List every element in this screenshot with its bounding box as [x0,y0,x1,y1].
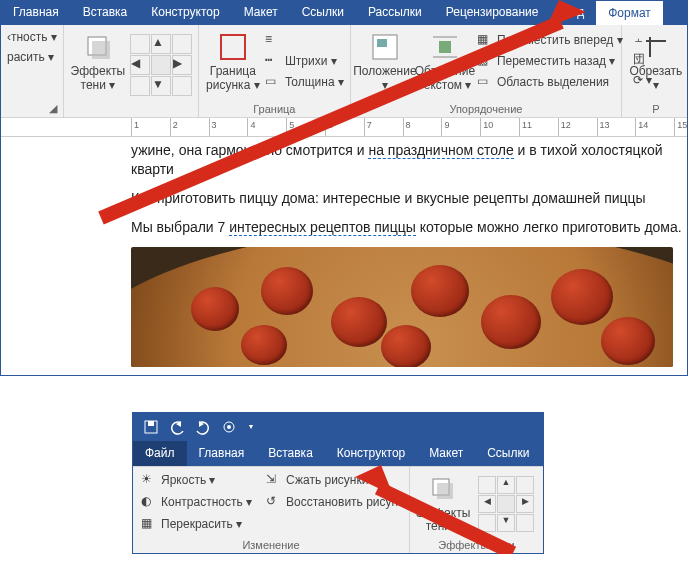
picture-border-button[interactable]: Граница рисунка ▾ [205,29,261,101]
shadow-nudge-grid[interactable]: ▲ ◀▶ ▼ [130,34,192,96]
ribbon: ‹тность ▾ расить ▾ ◢ Эффекты тени ▾ ▲ ◀▶… [1,25,687,118]
group-label-shadow: Эффекты тени [418,537,535,551]
compress-icon: ⇲ [266,472,282,488]
doc-paragraph: Мы выбрали 7 интересных рецептов пиццы к… [131,218,688,237]
tab-layout[interactable]: Макет [232,0,290,25]
save-icon[interactable] [143,419,159,435]
ribbon-tabs: Главная Вставка Конструктор Макет Ссылки… [1,0,687,25]
tab-references-2[interactable]: Ссылки [475,441,541,466]
partial-btn-2[interactable]: расить ▾ [7,49,57,65]
svg-point-15 [227,425,231,429]
shadow-effects-button[interactable]: Эффекты тени ▾ [70,29,126,101]
group-label-change: Изменение [141,537,401,551]
selection-pane-button[interactable]: ▭Область выделения [477,73,623,91]
tab-design-2[interactable]: Конструктор [325,441,417,466]
bring-forward-button[interactable]: ▦Переместить вперед ▾ [477,31,623,49]
shadow-nudge-grid-2[interactable]: ▲ ◀▶ ▼ [478,476,534,532]
reset-picture-button[interactable]: ↺Восстановить рисунок [266,493,410,511]
shadow-icon [427,473,459,505]
touch-mode-icon[interactable] [221,419,237,435]
tab-insert[interactable]: Вставка [71,0,140,25]
brightness-button[interactable]: ☀Яркость ▾ [141,471,252,489]
position-button[interactable]: Положение ▾ [357,29,413,101]
tab-home-2[interactable]: Главная [187,441,257,466]
dashes-icon: ┅ [265,53,281,69]
tab-mailings[interactable]: Рассылки [356,0,434,25]
tab-review[interactable]: Рецензирование [434,0,551,25]
border-icon [217,31,249,63]
bring-forward-icon: ▦ [477,32,493,48]
tab-insert-2[interactable]: Вставка [256,441,325,466]
border-dashes-button[interactable]: ┅Штрихи ▾ [265,52,344,70]
doc-paragraph: Как приготовить пиццу дома: интересные и… [131,189,688,208]
doc-paragraph: ужине, она гармонично смотрится и на пра… [131,141,688,179]
svg-rect-1 [92,41,110,59]
compress-pictures-button[interactable]: ⇲Сжать рисунки [266,471,410,489]
partial-btn-1[interactable]: ‹тность ▾ [7,29,57,45]
reset-icon: ↺ [266,494,282,510]
quick-access-toolbar: ▾ [133,413,543,441]
tab-file[interactable]: Файл [133,441,187,466]
ribbon-tabs-bottom: Файл Главная Вставка Конструктор Макет С… [133,441,543,466]
crop-button[interactable]: Обрезать ▾ [628,29,684,101]
horizontal-ruler[interactable]: 12345678910111213141516 [1,118,687,137]
send-backward-icon: ▧ [477,53,493,69]
wrap-text-button[interactable]: Обтекание текстом ▾ [417,29,473,101]
group-label-size: Р [628,101,684,115]
svg-rect-5 [439,41,451,53]
tab-format[interactable]: Формат [596,0,663,25]
brightness-icon: ☀ [141,472,157,488]
contrast-icon: ◐ [141,494,157,510]
thickness-icon: ▭ [265,74,281,90]
shadow-icon [82,31,114,63]
group-launcher-icon[interactable]: ◢ [7,100,57,115]
svg-rect-2 [221,35,245,59]
send-backward-button[interactable]: ▧Переместить назад ▾ [477,52,623,70]
shadow-effects-button-2[interactable]: Эффекты тени ▾ [418,471,468,537]
svg-rect-11 [148,421,154,426]
border-thickness-button[interactable]: ▭Толщина ▾ [265,73,344,91]
tab-references[interactable]: Ссылки [290,0,356,25]
recolor-button[interactable]: ▦Перекрасить ▾ [141,515,252,533]
contrast-button[interactable]: ◐Контрастность ▾ [141,493,252,511]
inserted-picture[interactable] [131,247,673,367]
group-label-border: Граница [205,101,344,115]
undo-icon[interactable] [169,419,185,435]
position-icon [369,31,401,63]
border-weight-row[interactable]: ≡≡ [265,31,344,49]
tab-layout-2[interactable]: Макет [417,441,475,466]
tab-home[interactable]: Главная [1,0,71,25]
document-body[interactable]: ужине, она гармонично смотрится и на пра… [1,137,688,375]
lines-icon: ≡ [265,32,281,48]
tab-view[interactable]: Вид [550,0,596,25]
svg-rect-4 [377,39,387,47]
qat-more-icon[interactable]: ▾ [249,422,253,431]
recolor-icon: ▦ [141,516,157,532]
wrap-icon [429,31,461,63]
group-label-arrange: Упорядочение [357,101,615,115]
svg-rect-17 [437,483,453,499]
redo-icon[interactable] [195,419,211,435]
crop-icon [640,31,672,63]
selection-icon: ▭ [477,74,493,90]
tab-design[interactable]: Конструктор [139,0,231,25]
